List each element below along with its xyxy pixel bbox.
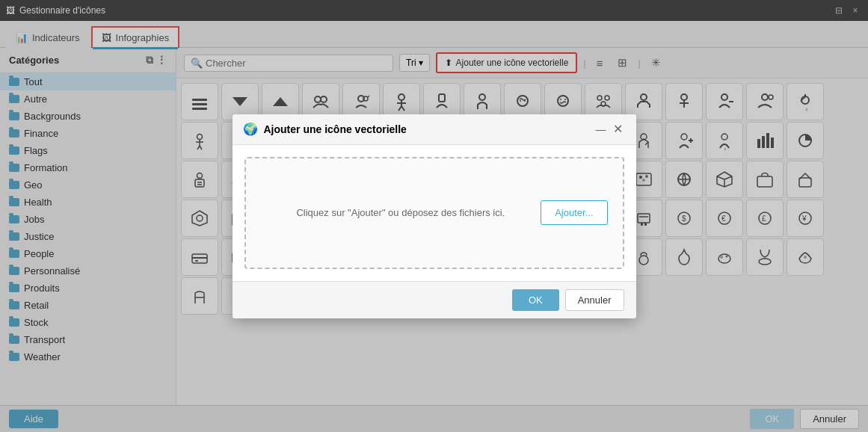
ajouter-button[interactable]: Ajouter... [541,200,607,225]
modal-body: Cliquez sur "Ajouter" ou déposez des fic… [233,145,636,281]
modal-annuler-button[interactable]: Annuler [565,289,624,311]
drop-zone[interactable]: Cliquez sur "Ajouter" ou déposez des fic… [244,157,624,269]
modal-ok-button[interactable]: OK [512,289,559,311]
modal-header: 🌍 Ajouter une icône vectorielle — ✕ [233,114,636,145]
drop-text: Cliquez sur "Ajouter" ou déposez des fic… [261,207,541,218]
modal-title: 🌍 Ajouter une icône vectorielle [243,122,407,136]
modal-globe-icon: 🌍 [243,122,258,136]
modal-dialog: 🌍 Ajouter une icône vectorielle — ✕ Cliq… [233,114,636,318]
modal-overlay[interactable]: 🌍 Ajouter une icône vectorielle — ✕ Cliq… [0,0,868,432]
modal-minimize-button[interactable]: — [596,123,606,135]
modal-controls: — ✕ [596,122,626,137]
modal-close-button[interactable]: ✕ [611,122,626,137]
modal-title-text: Ajouter une icône vectorielle [264,123,407,135]
modal-footer: OK Annuler [233,281,636,318]
